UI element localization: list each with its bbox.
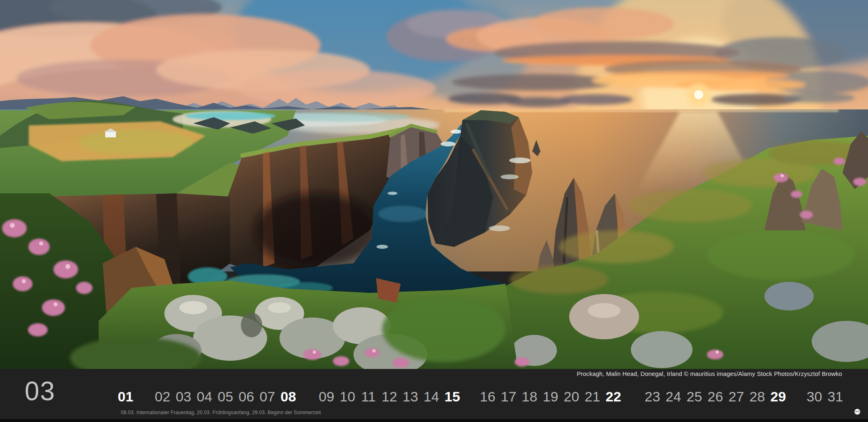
- calendar-page: Prockagh, Malin Head, Donegal, Irland © …: [0, 0, 868, 422]
- day-17: 17: [498, 390, 519, 403]
- week-group: 16171819202122: [477, 390, 624, 403]
- day-07: 07: [257, 390, 278, 403]
- day-30: 30: [804, 390, 825, 403]
- day-05: 05: [215, 390, 236, 403]
- day-22: 22: [603, 390, 624, 403]
- day-31: 31: [825, 390, 846, 403]
- holidays-footnote: 08.03. Internationaler Frauentag, 20.03.…: [121, 410, 321, 415]
- day-04: 04: [194, 390, 215, 403]
- day-06: 06: [236, 390, 257, 403]
- day-26: 26: [705, 390, 726, 403]
- day-01: 01: [115, 390, 136, 403]
- photo-scene: [0, 0, 868, 369]
- day-08: 08: [278, 390, 299, 403]
- week-group: 3031: [804, 390, 846, 403]
- publisher-logo: HEYE: [854, 409, 860, 415]
- week-group: 23242526272829: [642, 390, 789, 403]
- day-10: 10: [337, 390, 358, 403]
- day-19: 19: [540, 390, 561, 403]
- day-14: 14: [421, 390, 442, 403]
- day-29: 29: [768, 390, 789, 403]
- week-group: 01: [115, 390, 136, 403]
- day-24: 24: [663, 390, 684, 403]
- day-20: 20: [561, 390, 582, 403]
- day-03: 03: [173, 390, 194, 403]
- day-27: 27: [726, 390, 747, 403]
- day-13: 13: [400, 390, 421, 403]
- day-16: 16: [477, 390, 498, 403]
- day-12: 12: [379, 390, 400, 403]
- day-25: 25: [684, 390, 705, 403]
- week-group: 02030405060708: [152, 390, 299, 403]
- day-02: 02: [152, 390, 173, 403]
- calendar-photo: [0, 0, 868, 369]
- day-15: 15: [442, 390, 463, 403]
- day-28: 28: [747, 390, 768, 403]
- week-group: 09101112131415: [316, 390, 463, 403]
- day-09: 09: [316, 390, 337, 403]
- day-23: 23: [642, 390, 663, 403]
- day-21: 21: [582, 390, 603, 403]
- day-11: 11: [358, 390, 379, 403]
- sun: [687, 83, 710, 107]
- day-18: 18: [519, 390, 540, 403]
- calendar-bar: Prockagh, Malin Head, Donegal, Irland © …: [0, 369, 868, 422]
